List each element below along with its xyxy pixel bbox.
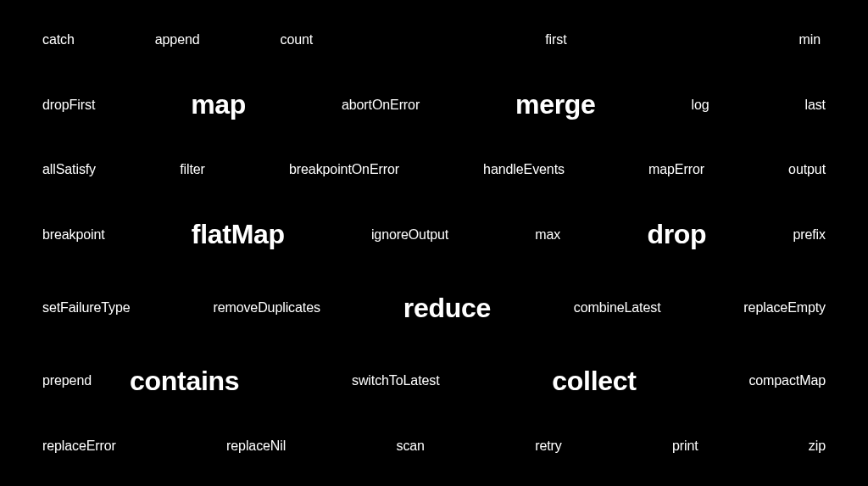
row-2: allSatisfy filter breakpointOnError hand… bbox=[42, 162, 826, 177]
word-map: map bbox=[191, 89, 246, 120]
word-switchtolatest: switchToLatest bbox=[352, 373, 440, 388]
word-max: max bbox=[535, 227, 560, 243]
word-retry: retry bbox=[535, 439, 562, 454]
word-scan: scan bbox=[397, 439, 425, 454]
word-catch: catch bbox=[42, 32, 75, 47]
word-compactmap: compactMap bbox=[748, 373, 826, 388]
row-3: breakpoint flatMap ignoreOutput max drop… bbox=[42, 219, 826, 250]
row-4: setFailureType removeDuplicates reduce c… bbox=[42, 293, 826, 324]
word-min: min bbox=[799, 32, 821, 47]
word-replaceempty: replaceEmpty bbox=[743, 300, 826, 316]
word-output: output bbox=[788, 162, 826, 177]
word-maperror: mapError bbox=[648, 162, 704, 177]
word-prefix: prefix bbox=[793, 227, 826, 243]
word-collect: collect bbox=[552, 366, 636, 397]
row-0: catch append count first min bbox=[42, 32, 826, 47]
word-log: log bbox=[692, 98, 709, 113]
word-breakpointonerror: breakpointOnError bbox=[289, 162, 399, 177]
word-handleevents: handleEvents bbox=[483, 162, 565, 177]
word-setfailuretype: setFailureType bbox=[42, 300, 131, 316]
word-last: last bbox=[804, 98, 826, 113]
word-breakpoint: breakpoint bbox=[42, 227, 105, 243]
word-merge: merge bbox=[515, 89, 596, 120]
word-first: first bbox=[545, 32, 566, 47]
word-count: count bbox=[281, 32, 314, 47]
operators-word-cloud: catch append count first min dropFirst m… bbox=[0, 0, 868, 486]
word-reduce: reduce bbox=[403, 293, 491, 324]
row-1: dropFirst map abortOnError merge log las… bbox=[42, 89, 826, 120]
word-print: print bbox=[672, 439, 698, 454]
word-flatmap: flatMap bbox=[192, 219, 285, 250]
word-ignoreoutput: ignoreOutput bbox=[371, 227, 448, 243]
word-replaceerror: replaceError bbox=[42, 439, 116, 454]
word-abortonerror: abortOnError bbox=[342, 98, 420, 113]
word-dropfirst: dropFirst bbox=[42, 98, 95, 113]
word-zip: zip bbox=[809, 439, 826, 454]
word-drop: drop bbox=[647, 219, 706, 250]
row-5: prepend contains switchToLatest collect … bbox=[42, 366, 826, 397]
word-contains: contains bbox=[130, 366, 239, 397]
word-replacenil: replaceNil bbox=[226, 439, 286, 454]
row-6: replaceError replaceNil scan retry print… bbox=[42, 439, 826, 454]
word-combinelatest: combineLatest bbox=[574, 300, 661, 316]
word-append: append bbox=[155, 32, 200, 47]
word-prepend: prepend bbox=[42, 373, 92, 388]
word-allsatisfy: allSatisfy bbox=[42, 162, 96, 177]
word-removeduplicates: removeDuplicates bbox=[213, 300, 320, 316]
word-filter: filter bbox=[180, 162, 205, 177]
